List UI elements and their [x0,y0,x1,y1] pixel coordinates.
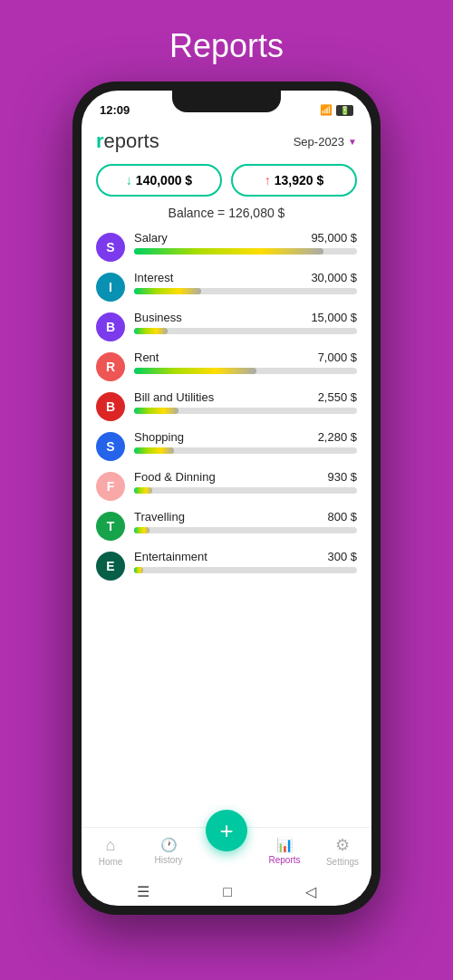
income-button[interactable]: ↓ 140,000 $ [96,164,222,197]
app-header: reports Sep-2023 ▼ [96,122,357,164]
nav-item-history[interactable]: 🕐 History [141,837,196,865]
home-icon: ⌂ [106,836,116,855]
category-name: Interest [134,271,173,284]
category-icon: E [96,552,125,581]
app-title: reports [96,130,159,153]
progress-bar [134,487,152,494]
progress-bar [134,248,323,255]
category-item: S Shopping 2,280 $ [96,430,357,461]
category-name: Entertainment [134,550,207,563]
category-item: T Travelling 800 $ [96,510,357,541]
category-top: Interest 30,000 $ [134,271,357,284]
gesture-home-icon: □ [223,884,232,900]
phone-shell: 12:09 📶 🔋 reports Sep-2023 ▼ ↓ [72,82,381,915]
progress-track [134,248,357,255]
category-item: B Bill and Utilities 2,550 $ [96,390,357,421]
category-top: Travelling 800 $ [134,510,357,524]
category-top: Shopping 2,280 $ [134,430,357,444]
progress-track [134,527,357,533]
category-item: F Food & Dinning 930 $ [96,470,357,501]
category-amount: 300 $ [327,550,357,563]
category-name: Travelling [134,510,185,524]
settings-icon: ⚙ [335,835,350,855]
page-title: Reports [169,27,284,65]
category-info: Rent 7,000 $ [134,351,357,374]
gesture-menu-icon: ☰ [137,883,149,900]
progress-bar [134,408,178,414]
category-icon: F [96,472,125,501]
category-top: Food & Dinning 930 $ [134,470,357,484]
category-icon: I [96,273,125,302]
nav-item-settings[interactable]: ⚙ Settings [315,835,370,867]
history-icon: 🕐 [160,837,178,853]
month-label: Sep-2023 [294,135,344,149]
month-selector[interactable]: Sep-2023 ▼ [294,135,357,149]
progress-bar [134,447,174,454]
category-info: Salary 95,000 $ [134,231,357,255]
category-item: E Entertainment 300 $ [96,550,357,581]
nav-settings-label: Settings [326,857,359,867]
category-name: Bill and Utilities [134,390,214,404]
fab-button[interactable]: + [206,810,247,851]
category-icon: R [96,352,125,381]
category-info: Entertainment 300 $ [134,550,357,573]
reports-icon: 📊 [276,837,294,853]
category-item: S Salary 95,000 $ [96,231,357,262]
category-amount: 800 $ [327,510,357,524]
category-name: Salary [134,231,168,245]
progress-track [134,328,357,334]
category-info: Shopping 2,280 $ [134,430,357,454]
category-top: Salary 95,000 $ [134,231,357,245]
category-item: B Business 15,000 $ [96,311,357,341]
category-name: Rent [134,351,159,364]
nav-reports-label: Reports [268,855,300,865]
category-amount: 7,000 $ [318,351,357,364]
nav-item-home[interactable]: ⌂ Home [83,836,138,867]
category-icon: B [96,312,125,341]
expense-amount: 13,920 $ [275,173,324,187]
nav-item-reports[interactable]: 📊 Reports [257,837,312,865]
category-icon: S [96,432,125,461]
screen-content: reports Sep-2023 ▼ ↓ 140,000 $ ↑ 13,920 … [82,122,371,827]
progress-bar [134,368,256,374]
progress-track [134,408,357,414]
progress-bar [134,328,168,334]
category-amount: 2,280 $ [318,430,357,444]
category-top: Bill and Utilities 2,550 $ [134,390,357,404]
income-arrow-icon: ↓ [126,173,132,187]
category-amount: 30,000 $ [311,271,357,284]
category-icon: T [96,512,125,541]
expense-button[interactable]: ↑ 13,920 $ [231,164,357,197]
nav-home-label: Home [99,857,123,867]
balance-text: Balance = 126,080 $ [169,206,285,220]
category-top: Rent 7,000 $ [134,351,357,364]
wifi-icon: 📶 [320,104,333,116]
category-name: Shopping [134,430,184,444]
category-amount: 15,000 $ [311,311,357,324]
category-info: Business 15,000 $ [134,311,357,334]
category-top: Business 15,000 $ [134,311,357,324]
category-info: Travelling 800 $ [134,510,357,533]
progress-bar [134,288,201,294]
phone-screen: 12:09 📶 🔋 reports Sep-2023 ▼ ↓ [82,91,371,906]
title-r: r [96,130,104,152]
notch [172,91,281,112]
bottom-nav: + ⌂ Home 🕐 History 📊 Reports ⚙ Settings [82,827,371,876]
progress-track [134,567,357,573]
balance-row: Balance = 126,080 $ [96,206,357,220]
progress-bar [134,567,143,573]
progress-track [134,487,357,494]
category-item: I Interest 30,000 $ [96,271,357,302]
category-name: Food & Dinning [134,470,216,484]
category-list: S Salary 95,000 $ I Interest 30,000 $ B [96,231,357,827]
category-top: Entertainment 300 $ [134,550,357,563]
category-icon: B [96,392,125,421]
dropdown-arrow-icon: ▼ [348,137,357,147]
status-icons: 📶 🔋 [320,104,353,116]
battery-icon: 🔋 [336,105,353,116]
category-name: Business [134,311,182,324]
category-info: Food & Dinning 930 $ [134,470,357,494]
gesture-bar: ☰ □ ◁ [82,876,371,906]
category-info: Bill and Utilities 2,550 $ [134,390,357,414]
progress-track [134,368,357,374]
